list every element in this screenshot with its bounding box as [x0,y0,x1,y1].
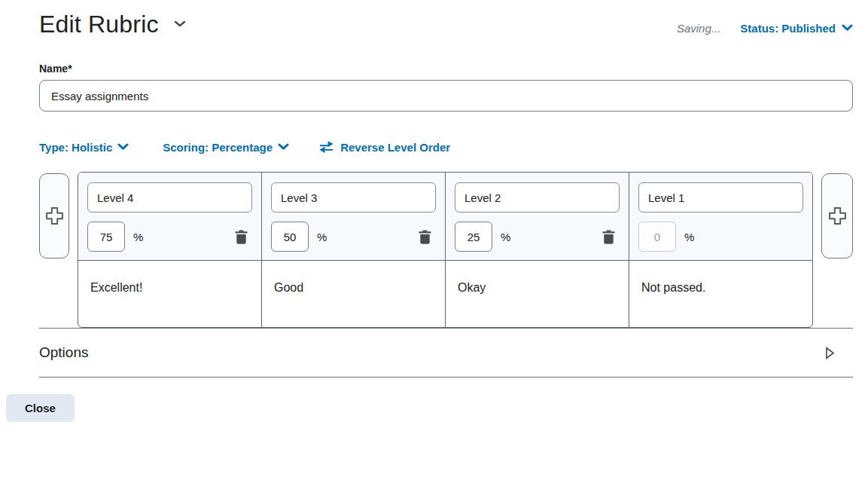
name-section: Name* [39,63,853,112]
delete-level-button[interactable] [417,228,433,246]
reverse-label: Reverse Level Order [340,141,450,154]
options-expander[interactable]: Options [39,329,853,377]
score-row: % [638,222,803,252]
scoring-label: Scoring: Percentage [163,141,273,154]
score-row: % [455,222,620,252]
scoring-dropdown-button[interactable]: Scoring: Percentage [163,141,289,154]
level-name-input[interactable] [638,182,803,213]
rubric-editor: % Excellent! % [39,172,853,328]
level-score-input[interactable] [455,222,492,252]
chevron-down-icon [842,24,853,32]
score-row: % [271,222,436,252]
percent-label: % [317,231,327,243]
level-column: % Not passed. [629,173,812,327]
percent-label: % [501,231,510,243]
chevron-down-icon [117,143,129,151]
delete-level-button[interactable] [601,228,617,246]
level-description-cell[interactable]: Okay [446,261,629,327]
status-dropdown-button[interactable]: Status: Published [740,22,853,35]
reverse-level-order-button[interactable]: Reverse Level Order [319,141,450,154]
close-button[interactable]: Close [6,394,75,422]
plus-icon [827,206,848,226]
chevron-down-icon [278,143,289,151]
status-label: Status: Published [740,22,836,35]
name-input[interactable] [39,80,853,112]
swap-arrows-icon [319,142,333,153]
name-label: Name* [39,63,853,75]
level-column: % Good [261,173,445,327]
level-header-cell: % [446,173,629,261]
add-level-button-right[interactable] [821,173,853,258]
rubric-controls: Type: Holistic Scoring: Percentage Rever… [39,139,853,155]
edit-rubric-page: Edit Rubric Saving... Status: Published … [39,8,853,378]
level-description-cell[interactable]: Not passed. [629,261,812,327]
level-score-input[interactable] [271,222,309,252]
level-description-cell[interactable]: Excellent! [78,261,261,327]
trash-icon [419,230,431,244]
level-header-cell: % [78,173,261,261]
type-dropdown-button[interactable]: Type: Holistic [39,141,129,154]
divider [39,377,853,378]
level-column: % Excellent! [78,173,261,327]
delete-level-button[interactable] [233,228,249,246]
saving-indicator: Saving... [677,22,720,35]
options-label: Options [39,344,88,361]
title-dropdown[interactable]: Edit Rubric [39,11,186,38]
chevron-down-icon[interactable] [174,20,186,28]
percent-label: % [684,231,694,243]
level-description-cell[interactable]: Good [262,261,445,327]
top-bar: Edit Rubric Saving... Status: Published [39,8,853,41]
rubric-table: % Excellent! % [78,172,813,328]
level-header-cell: % [629,173,812,261]
type-label: Type: Holistic [39,141,112,154]
percent-label: % [133,231,143,243]
level-score-input[interactable] [87,222,125,252]
add-level-button-left[interactable] [39,173,69,258]
trash-icon [235,230,248,244]
score-row: % [87,222,252,252]
trash-icon [602,230,615,244]
level-score-input-disabled [638,222,676,252]
level-name-input[interactable] [455,182,620,213]
page-title: Edit Rubric [39,11,159,38]
level-header-cell: % [262,173,445,261]
top-right-group: Saving... Status: Published [677,22,853,35]
plus-icon [44,206,65,226]
level-column: % Okay [445,173,629,327]
level-name-input[interactable] [87,182,252,213]
triangle-right-icon [825,347,835,359]
level-name-input[interactable] [271,182,436,213]
